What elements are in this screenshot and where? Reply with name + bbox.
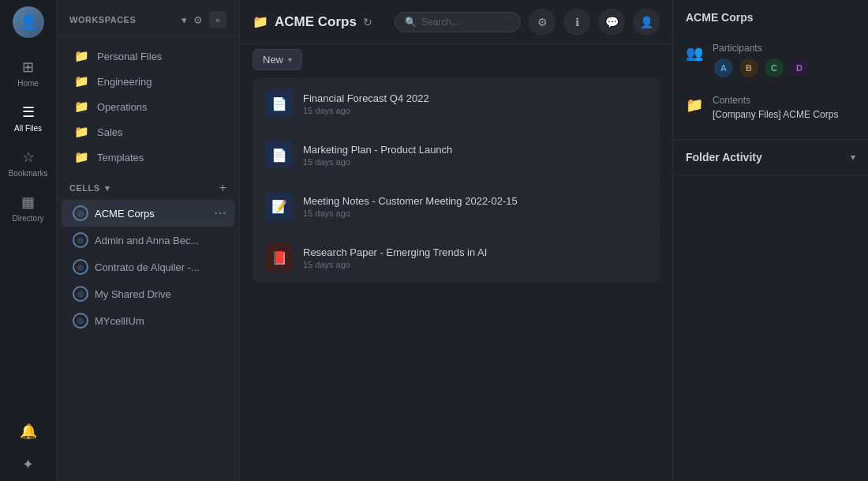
profile-button[interactable]: 👤: [633, 9, 660, 36]
file-name: Financial Forecast Q4 2022: [303, 92, 647, 104]
participant-avatar-1[interactable]: A: [713, 57, 735, 79]
cell-item-mycelium[interactable]: ◎ MYcellIUm: [62, 307, 234, 334]
folder-icon: 📁: [74, 125, 89, 139]
home-icon: ⊞: [22, 58, 34, 76]
toolbar-row: New ▾: [240, 44, 672, 78]
table-row[interactable]: 📝 Meeting Notes - Customer Meeting 2022-…: [253, 181, 660, 232]
cell-item-admin-anna[interactable]: ◎ Admin and Anna Bec...: [62, 227, 234, 254]
nav-directory[interactable]: ▦ Directory: [0, 186, 56, 231]
file-info: Marketing Plan - Product Launch 15 days …: [303, 144, 647, 167]
settings-button[interactable]: ⚙: [529, 9, 556, 36]
bookmarks-label: Bookmarks: [8, 169, 47, 178]
user-avatar[interactable]: 👤: [13, 6, 44, 38]
cell-icon: ◎: [73, 313, 88, 329]
cells-title: CELLS ▾: [69, 183, 110, 194]
search-box[interactable]: 🔍 Search...: [395, 12, 521, 32]
contents-label: Contents: [713, 95, 855, 106]
sidebar-item-label: Operations: [97, 101, 148, 113]
collapse-sidebar-button[interactable]: «: [209, 11, 226, 28]
cell-item-acme-corps[interactable]: ◎ ACME Corps ⋯: [62, 200, 234, 227]
folder-activity-section: Folder Activity ▾: [673, 140, 868, 175]
filter-workspaces-icon[interactable]: ▾: [181, 14, 187, 26]
sidebar-item-personal-files[interactable]: 📁 Personal Files: [62, 43, 234, 69]
table-row[interactable]: 📄 Financial Forecast Q4 2022 15 days ago: [253, 78, 660, 130]
sidebar-header-icons: ▾ ⚙ «: [181, 11, 226, 28]
file-area: 📄 Financial Forecast Q4 2022 15 days ago…: [240, 78, 672, 481]
add-cell-button[interactable]: +: [219, 181, 226, 195]
main-header: 📁 ACME Corps ↻ 🔍 Search... ⚙ ℹ 💬 👤: [240, 0, 672, 44]
breadcrumb: 📁 ACME Corps ↻: [253, 14, 372, 30]
refresh-icon[interactable]: ↻: [363, 16, 372, 28]
participant-avatar-3[interactable]: C: [763, 57, 785, 79]
panel-participants: 👥 Participants A B C D 📁 Contents [Compa…: [673, 35, 868, 139]
chat-button[interactable]: 💬: [598, 9, 625, 36]
contents-icon: 📁: [686, 96, 703, 114]
nav-bookmarks[interactable]: ☆ Bookmarks: [0, 141, 56, 186]
cells-label: CELLS: [69, 183, 100, 193]
avatars-row: A B C D: [713, 57, 855, 79]
sidebar-item-label: Engineering: [97, 76, 152, 88]
file-meta: 15 days ago: [303, 260, 647, 269]
participants-row: 👥 Participants A B C D: [686, 35, 855, 87]
workspace-settings-icon[interactable]: ⚙: [193, 14, 203, 26]
directory-icon: ▦: [21, 194, 35, 211]
cell-label: MYcellIUm: [95, 315, 226, 327]
file-icon: 📄: [265, 141, 294, 169]
contents-value: [Company Files] ACME Corps: [713, 109, 855, 120]
cell-label: Contrato de Alquiler -...: [95, 261, 226, 273]
sidebar-item-label: Sales: [97, 126, 123, 138]
main-content: 📁 ACME Corps ↻ 🔍 Search... ⚙ ℹ 💬 👤: [240, 0, 672, 481]
nav-notifications[interactable]: 🔔: [0, 415, 56, 448]
main-folder-icon: 📁: [253, 14, 268, 29]
cell-label: Admin and Anna Bec...: [95, 235, 226, 246]
info-button[interactable]: ℹ: [563, 9, 590, 36]
participant-avatar-4[interactable]: D: [788, 57, 810, 79]
customize-icon: ✦: [22, 456, 34, 473]
nav-home[interactable]: ⊞ Home: [0, 51, 56, 96]
new-button[interactable]: New ▾: [253, 49, 302, 70]
cells-list: ◎ ACME Corps ⋯ ◎ Admin and Anna Bec... ◎…: [57, 200, 239, 340]
participants-content: Participants A B C D: [713, 43, 855, 79]
chat-icon: 💬: [605, 16, 619, 28]
table-row[interactable]: 📕 Research Paper - Emerging Trends in AI…: [253, 232, 660, 283]
cell-item-contrato[interactable]: ◎ Contrato de Alquiler -...: [62, 254, 234, 280]
sidebar-item-label: Personal Files: [97, 51, 162, 62]
new-button-label: New: [263, 54, 283, 66]
file-name: Marketing Plan - Product Launch: [303, 144, 647, 156]
cells-filter-icon[interactable]: ▾: [105, 183, 110, 194]
bookmarks-icon: ☆: [22, 148, 35, 166]
settings-icon: ⚙: [537, 16, 548, 28]
header-actions: 🔍 Search... ⚙ ℹ 💬 👤: [395, 9, 660, 36]
file-info: Research Paper - Emerging Trends in AI 1…: [303, 246, 647, 269]
participant-avatar-2[interactable]: B: [738, 57, 760, 79]
panel-title: ACME Corps: [673, 0, 868, 35]
sidebar-item-sales[interactable]: 📁 Sales: [62, 119, 234, 145]
home-label: Home: [17, 79, 39, 88]
sidebar-item-engineering[interactable]: 📁 Engineering: [62, 69, 234, 94]
folder-activity-header[interactable]: Folder Activity ▾: [673, 140, 868, 175]
cell-label: ACME Corps: [95, 208, 208, 220]
sidebar-item-templates[interactable]: 📁 Templates: [62, 145, 234, 170]
all-files-icon: ☰: [22, 103, 35, 121]
file-meta: 15 days ago: [303, 157, 647, 167]
cell-icon: ◎: [73, 286, 88, 302]
contents-row: 📁 Contents [Company Files] ACME Corps: [686, 87, 855, 128]
table-row[interactable]: 📄 Marketing Plan - Product Launch 15 day…: [253, 130, 660, 181]
sidebar-item-label: Templates: [97, 152, 144, 163]
nav-all-files[interactable]: ☰ All Files: [0, 96, 56, 141]
file-meta: 15 days ago: [303, 209, 647, 218]
sidebar-item-operations[interactable]: 📁 Operations: [62, 94, 234, 119]
participants-icon: 👥: [686, 44, 703, 62]
cell-more-icon[interactable]: ⋯: [214, 207, 226, 220]
file-name: Meeting Notes - Customer Meeting 2022-02…: [303, 195, 647, 207]
cell-item-my-shared-drive[interactable]: ◎ My Shared Drive: [62, 280, 234, 307]
file-info: Meeting Notes - Customer Meeting 2022-02…: [303, 195, 647, 218]
file-icon: 📝: [265, 192, 294, 220]
file-name: Research Paper - Emerging Trends in AI: [303, 246, 647, 258]
workspace-items-section: 📁 Personal Files 📁 Engineering 📁 Operati…: [57, 37, 239, 176]
participants-label: Participants: [713, 43, 855, 54]
nav-customize[interactable]: ✦: [0, 448, 56, 481]
file-list: 📄 Financial Forecast Q4 2022 15 days ago…: [253, 78, 660, 283]
folder-icon: 📁: [74, 49, 89, 63]
icon-rail: 👤 ⊞ Home ☰ All Files ☆ Bookmarks ▦ Direc…: [0, 0, 57, 481]
